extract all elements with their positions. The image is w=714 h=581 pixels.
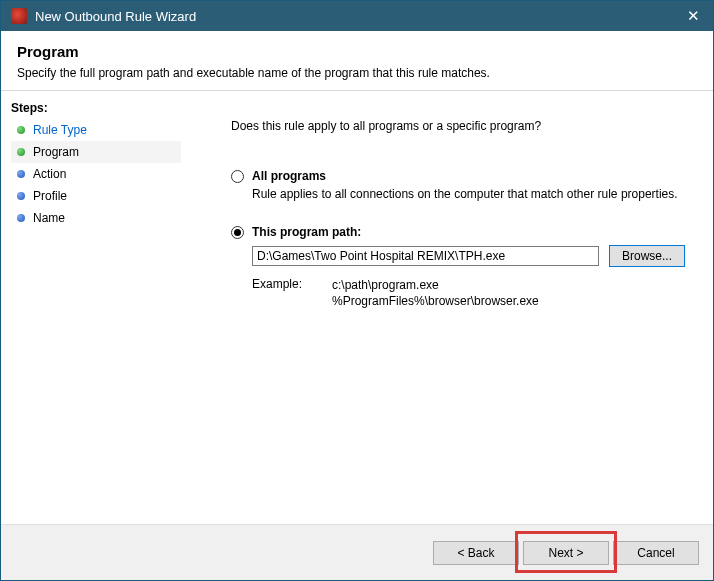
bullet-icon bbox=[17, 214, 25, 222]
bullet-icon bbox=[17, 126, 25, 134]
bullet-icon bbox=[17, 192, 25, 200]
path-row: Browse... bbox=[252, 245, 685, 267]
firewall-icon bbox=[11, 8, 27, 24]
close-button[interactable]: ✕ bbox=[673, 1, 713, 31]
wizard-header: Program Specify the full program path an… bbox=[1, 31, 713, 91]
titlebar: New Outbound Rule Wizard ✕ bbox=[1, 1, 713, 31]
example-line: c:\path\program.exe bbox=[332, 277, 539, 293]
step-label: Program bbox=[33, 145, 79, 159]
step-label: Name bbox=[33, 211, 65, 225]
radio-unchecked-icon bbox=[231, 170, 244, 183]
program-path-input[interactable] bbox=[252, 246, 599, 266]
radio-checked-icon bbox=[231, 226, 244, 239]
radio-label: All programs bbox=[252, 169, 326, 183]
content-prompt: Does this rule apply to all programs or … bbox=[231, 119, 685, 133]
window-title: New Outbound Rule Wizard bbox=[35, 9, 673, 24]
page-title: Program bbox=[17, 43, 697, 60]
step-label: Profile bbox=[33, 189, 67, 203]
step-profile[interactable]: Profile bbox=[11, 185, 181, 207]
browse-button[interactable]: Browse... bbox=[609, 245, 685, 267]
step-label: Action bbox=[33, 167, 66, 181]
step-rule-type[interactable]: Rule Type bbox=[11, 119, 181, 141]
bullet-icon bbox=[17, 170, 25, 178]
wizard-body: Steps: Rule Type Program Action Profile … bbox=[1, 91, 713, 524]
back-button[interactable]: < Back bbox=[433, 541, 519, 565]
bullet-icon bbox=[17, 148, 25, 156]
example-values: c:\path\program.exe %ProgramFiles%\brows… bbox=[332, 277, 539, 309]
radio-all-programs[interactable]: All programs bbox=[231, 169, 685, 183]
steps-sidebar: Steps: Rule Type Program Action Profile … bbox=[1, 91, 181, 524]
steps-title: Steps: bbox=[11, 101, 181, 115]
step-name[interactable]: Name bbox=[11, 207, 181, 229]
radio-this-program[interactable]: This program path: bbox=[231, 225, 685, 239]
page-description: Specify the full program path and execut… bbox=[17, 66, 697, 80]
step-action[interactable]: Action bbox=[11, 163, 181, 185]
cancel-button[interactable]: Cancel bbox=[613, 541, 699, 565]
next-button[interactable]: Next > bbox=[523, 541, 609, 565]
example-line: %ProgramFiles%\browser\browser.exe bbox=[332, 293, 539, 309]
step-label: Rule Type bbox=[33, 123, 87, 137]
radio-label: This program path: bbox=[252, 225, 361, 239]
example-label: Example: bbox=[252, 277, 332, 309]
step-program[interactable]: Program bbox=[11, 141, 181, 163]
radio-all-desc: Rule applies to all connections on the c… bbox=[252, 187, 685, 201]
content-area: Does this rule apply to all programs or … bbox=[181, 91, 713, 524]
example-row: Example: c:\path\program.exe %ProgramFil… bbox=[252, 277, 685, 309]
wizard-footer: < Back Next > Cancel bbox=[1, 524, 713, 580]
